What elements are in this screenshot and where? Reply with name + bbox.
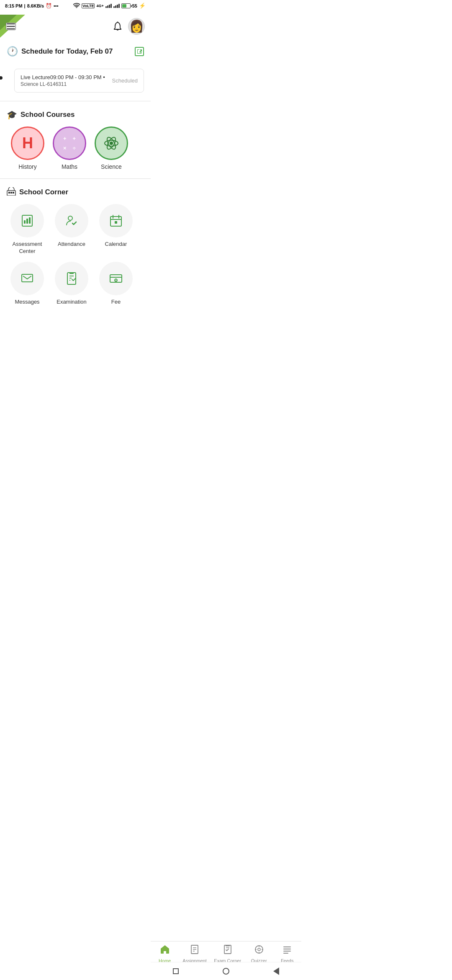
messages-label: Messages bbox=[15, 299, 39, 306]
schedule-title-row: 🕐 Schedule for Today, Feb 07 bbox=[7, 46, 144, 57]
svg-rect-10 bbox=[13, 192, 14, 193]
scheduled-badge: Scheduled bbox=[112, 77, 138, 84]
school-courses-section: 🎓 School Courses H History + + × ÷ Maths bbox=[0, 105, 151, 175]
history-course-label: History bbox=[18, 163, 37, 170]
history-course-icon: H bbox=[11, 126, 44, 160]
calendar-icon bbox=[99, 204, 133, 237]
corner-grid-row-2: Messages Examination bbox=[7, 262, 144, 306]
wifi-icon bbox=[73, 3, 80, 9]
corner-item-messages[interactable]: Messages bbox=[8, 262, 46, 306]
corner-item-attendance[interactable]: Attendance bbox=[53, 204, 90, 255]
lecture-dot bbox=[0, 76, 3, 80]
attendance-label: Attendance bbox=[58, 241, 85, 248]
network-speed-value: 8.6KB/s bbox=[27, 3, 44, 8]
fee-icon bbox=[99, 262, 133, 295]
menu-button[interactable] bbox=[6, 23, 16, 30]
schedule-section: 🕐 Schedule for Today, Feb 07 Live Lectur… bbox=[0, 41, 151, 98]
corner-item-assessment-center[interactable]: AssessmentCenter bbox=[8, 204, 46, 255]
svg-point-30 bbox=[116, 280, 116, 281]
attendance-icon bbox=[55, 204, 88, 237]
charging-icon: ⚡ bbox=[139, 3, 146, 9]
corner-item-fee[interactable]: Fee bbox=[97, 262, 135, 306]
course-item-maths[interactable]: + + × ÷ Maths bbox=[53, 126, 86, 170]
corner-item-examination[interactable]: Examination bbox=[53, 262, 90, 306]
assessment-center-icon bbox=[10, 204, 44, 237]
calendar-label: Calendar bbox=[105, 241, 127, 248]
science-course-label: Science bbox=[101, 163, 122, 170]
course-item-history[interactable]: H History bbox=[11, 126, 44, 170]
svg-rect-21 bbox=[22, 274, 33, 282]
status-left: 8:15 PM | 8.6KB/s ⏰ ••• bbox=[5, 3, 59, 9]
svg-point-15 bbox=[68, 216, 72, 220]
status-right: VoLTE 4G+ 55 ⚡ bbox=[73, 3, 146, 9]
svg-rect-20 bbox=[115, 221, 117, 224]
schedule-title: Schedule for Today, Feb 07 bbox=[21, 47, 113, 56]
external-link-button[interactable] bbox=[135, 47, 144, 56]
svg-rect-22 bbox=[67, 273, 76, 284]
courses-title-row: 🎓 School Courses bbox=[7, 110, 144, 120]
svg-rect-26 bbox=[69, 272, 74, 274]
more-dots: ••• bbox=[54, 3, 59, 8]
signal-4g-icon: 4G+ bbox=[96, 4, 103, 8]
corner-title: School Corner bbox=[19, 188, 68, 196]
svg-rect-13 bbox=[26, 219, 28, 224]
avatar[interactable]: 👩 bbox=[128, 18, 145, 35]
messages-icon bbox=[10, 262, 44, 295]
svg-rect-14 bbox=[29, 217, 31, 224]
corner-title-row: School Corner bbox=[7, 187, 144, 197]
corner-item-calendar[interactable]: Calendar bbox=[97, 204, 135, 255]
signal-strength-2-icon bbox=[113, 4, 120, 8]
school-corner-section: School Corner AssessmentCenter bbox=[0, 182, 151, 311]
volte-icon: VoLTE bbox=[82, 3, 95, 8]
courses-grid: H History + + × ÷ Maths bbox=[7, 126, 144, 170]
lecture-card[interactable]: Live Lecture09:00 PM - 09:30 PM • Scienc… bbox=[14, 69, 144, 93]
battery-icon bbox=[121, 3, 131, 8]
alarm-icon: ⏰ bbox=[46, 3, 52, 9]
lecture-subtitle: Science LL-6146311 bbox=[21, 81, 112, 87]
status-bar: 8:15 PM | 8.6KB/s ⏰ ••• VoLTE 4G+ 55 ⚡ bbox=[0, 0, 151, 11]
lecture-info: Live Lecture09:00 PM - 09:30 PM • Scienc… bbox=[21, 74, 112, 87]
svg-point-2 bbox=[117, 21, 118, 23]
examination-label: Examination bbox=[56, 299, 87, 306]
notification-bell-button[interactable] bbox=[112, 21, 123, 32]
avatar-image: 👩 bbox=[129, 21, 144, 32]
clock-icon: 🕐 bbox=[7, 46, 18, 57]
divider-1 bbox=[0, 101, 151, 101]
science-course-icon bbox=[95, 126, 128, 160]
header-right: 👩 bbox=[112, 18, 145, 35]
time-display: 8:15 PM bbox=[5, 3, 23, 8]
courses-icon: 🎓 bbox=[7, 110, 17, 120]
fee-label: Fee bbox=[111, 299, 121, 306]
logo-area bbox=[0, 15, 25, 38]
maths-course-icon: + + × ÷ bbox=[53, 126, 86, 160]
network-speed: | bbox=[24, 3, 26, 8]
svg-rect-9 bbox=[10, 192, 12, 193]
app-header: 👩 bbox=[0, 11, 151, 41]
bottom-spacer bbox=[0, 311, 151, 348]
svg-rect-12 bbox=[24, 220, 26, 224]
svg-point-3 bbox=[110, 142, 113, 145]
maths-course-label: Maths bbox=[62, 163, 77, 170]
signal-strength-icon bbox=[105, 4, 112, 8]
svg-rect-8 bbox=[8, 192, 10, 193]
schedule-title-inner: 🕐 Schedule for Today, Feb 07 bbox=[7, 46, 113, 57]
corner-grid-row-1: AssessmentCenter Attendance bbox=[7, 204, 144, 255]
course-item-science[interactable]: Science bbox=[95, 126, 128, 170]
corner-icon bbox=[7, 187, 16, 197]
examination-icon bbox=[55, 262, 88, 295]
courses-title: School Courses bbox=[21, 111, 74, 119]
lecture-card-wrapper: Live Lecture09:00 PM - 09:30 PM • Scienc… bbox=[7, 63, 144, 93]
battery-percent: 55 bbox=[132, 3, 137, 8]
divider-2 bbox=[0, 178, 151, 179]
lecture-title: Live Lecture09:00 PM - 09:30 PM • bbox=[21, 74, 112, 80]
assessment-center-label: AssessmentCenter bbox=[13, 241, 42, 255]
